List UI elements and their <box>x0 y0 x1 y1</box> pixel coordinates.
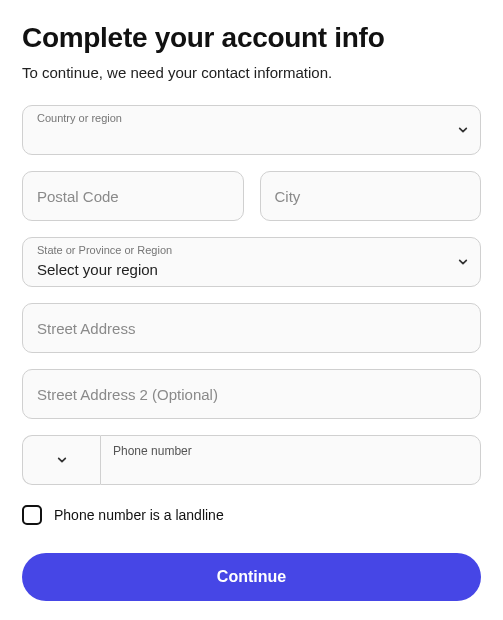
region-value: Select your region <box>37 261 158 278</box>
continue-button[interactable]: Continue <box>22 553 481 601</box>
street-address-placeholder: Street Address <box>37 320 135 337</box>
street-address-field[interactable]: Street Address <box>22 303 481 353</box>
region-select[interactable]: State or Province or Region Select your … <box>22 237 481 287</box>
landline-checkbox-label: Phone number is a landline <box>54 507 224 523</box>
landline-checkbox[interactable] <box>22 505 42 525</box>
postal-code-placeholder: Postal Code <box>37 188 119 205</box>
city-field[interactable]: City <box>260 171 482 221</box>
postal-code-field[interactable]: Postal Code <box>22 171 244 221</box>
phone-country-select[interactable] <box>22 435 100 485</box>
phone-number-field[interactable]: Phone number <box>100 435 481 485</box>
chevron-down-icon <box>458 253 468 271</box>
country-region-select[interactable]: Country or region <box>22 105 481 155</box>
phone-number-label: Phone number <box>113 444 192 458</box>
landline-checkbox-row: Phone number is a landline <box>22 505 481 525</box>
page-subtitle: To continue, we need your contact inform… <box>22 64 481 81</box>
street-address-2-placeholder: Street Address 2 (Optional) <box>37 386 218 403</box>
country-region-label: Country or region <box>37 112 122 124</box>
chevron-down-icon <box>57 451 67 469</box>
street-address-2-field[interactable]: Street Address 2 (Optional) <box>22 369 481 419</box>
city-placeholder: City <box>275 188 301 205</box>
region-label: State or Province or Region <box>37 244 172 256</box>
page-title: Complete your account info <box>22 22 481 54</box>
chevron-down-icon <box>458 121 468 139</box>
